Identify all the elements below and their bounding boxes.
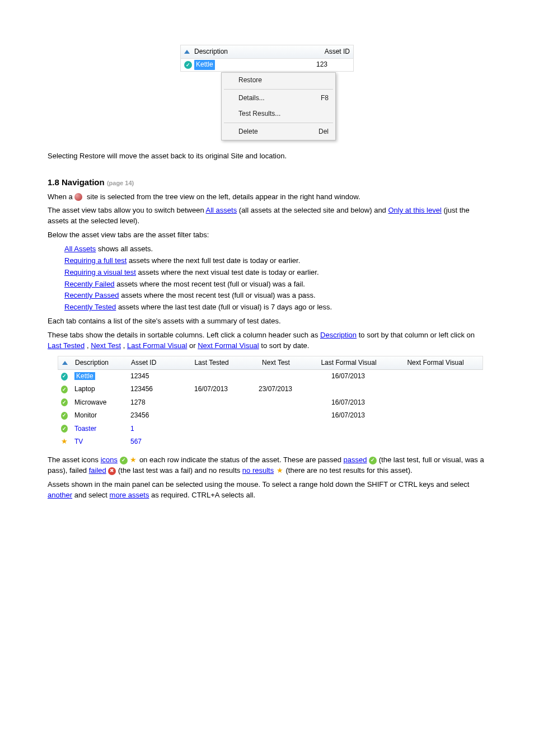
cell-next-formal-visual [390,409,480,422]
th-last-formal-visual[interactable]: Last Formal Visual [307,356,391,369]
tab-name-link[interactable]: Recently Failed [64,280,115,288]
link-col-next-formal-visual[interactable]: Next Formal Visual [198,341,259,350]
tab-desc: assets where the last test date (full or… [116,303,332,311]
th-last-tested[interactable]: Last Tested [178,356,245,369]
tab-name-link[interactable]: Requiring a full test [64,256,127,265]
tab-desc: shows all assets. [96,245,153,253]
mini-list-row[interactable]: Kettle 123 [181,59,353,71]
mini-list-header: Description Asset ID [181,45,353,59]
col-asset-id[interactable]: Asset ID [305,47,350,57]
status-fail-icon: ✖ [108,467,116,475]
status-pass-icon [61,373,68,381]
menu-test-results[interactable]: Test Results... [222,106,335,121]
cell-last-tested: 16/07/2013 [177,383,245,396]
status-pass-icon [61,398,68,406]
cell-asset-id: 567 [127,435,177,448]
tab-name-link[interactable]: All Assets [64,245,96,253]
tab-item: Recently Tested assets where the last te… [64,302,486,313]
asset-list-mini: Description Asset ID Kettle 123 Restore … [180,45,354,72]
tabs-list: All Assets shows all assets.Requiring a … [64,244,486,313]
menu-restore[interactable]: Restore [222,73,335,88]
table-row[interactable]: Toaster1 [58,422,483,435]
cell-next-formal-visual [390,396,480,409]
link-col-last-formal-visual[interactable]: Last Formal Visual [127,341,187,350]
nav-paragraph-2: The asset view tabs allow you to switch … [48,205,486,227]
link-another[interactable]: another [48,491,72,499]
cell-last-formal-visual: 16/07/2013 [306,396,390,409]
th-next-test[interactable]: Next Test [245,356,307,369]
cell-last-formal-visual [306,422,390,435]
cell-last-formal-visual [306,383,390,396]
tab-desc: assets where the next full test date is … [127,256,300,265]
cell-description: Toaster [74,425,96,433]
tab-name-link[interactable]: Recently Passed [64,291,119,299]
status-pass-icon [61,386,68,393]
tab-name-link[interactable]: Recently Tested [64,303,116,311]
cell-last-formal-visual: 16/07/2013 [306,409,390,422]
link-col-next-test[interactable]: Next Test [91,341,121,350]
tab-item: Recently Passed assets where the most re… [64,290,486,301]
nav-paragraph-3: Below the asset view tabs are the asset … [48,230,486,241]
cell-next-formal-visual [390,383,480,396]
th-asset-id[interactable]: Asset ID [128,356,178,369]
menu-details[interactable]: Details... F8 [222,91,335,106]
cell-next-formal-visual [390,435,480,448]
link-icons[interactable]: icons [101,456,118,464]
tab-name-link[interactable]: Requiring a visual test [64,268,136,276]
cell-next-formal-visual [390,370,480,383]
cell-last-tested [177,409,245,422]
cell-next-formal-visual [390,422,480,435]
cell-asset-id: 12345 [127,370,177,383]
tab-desc: assets where the next visual test date i… [136,268,319,276]
cell-description: Kettle [74,372,95,380]
mini-row-desc: Kettle [194,60,215,69]
link-no-results[interactable]: no results [242,466,274,475]
link-passed[interactable]: passed [344,456,367,464]
cell-next-test [245,422,306,435]
tab-item: Requiring a full test assets where the n… [64,256,486,266]
col-description[interactable]: Description [194,47,228,57]
mini-row-asset: 123 [305,60,350,69]
cell-last-formal-visual: 16/07/2013 [306,370,390,383]
cell-last-tested [177,422,245,435]
cell-next-test [245,396,306,409]
th-description[interactable]: Description [72,356,128,369]
context-menu: Restore Details... F8 Test Results... De… [221,72,336,140]
restore-explanation: Selecting Restore will move the asset ba… [48,151,486,162]
link-col-description[interactable]: Description [320,331,357,339]
cell-description: TV [74,438,83,445]
cell-last-tested [177,370,245,383]
tab-desc: assets where the most recent test (full … [119,291,316,299]
cell-description: Monitor [74,411,97,419]
cell-description: Laptop [74,385,95,393]
status-pass-icon [61,412,68,420]
link-failed[interactable]: failed [89,466,106,475]
link-only-level[interactable]: Only at this level [388,206,441,214]
cell-asset-id: 1278 [127,396,177,409]
link-all-assets[interactable]: All assets [206,206,237,214]
table-row[interactable]: Microwave127816/07/2013 [58,396,483,409]
sort-asc-icon [62,361,68,365]
th-next-formal-visual[interactable]: Next Formal Visual [391,356,480,369]
nav-paragraph-1: When a site is selected from the tree vi… [48,192,486,203]
link-more-assets[interactable]: more assets [110,491,149,499]
tab-item: Requiring a visual test assets where the… [64,267,486,278]
table-row[interactable]: Monitor2345616/07/2013 [58,409,483,422]
section-heading: 1.8 Navigation [48,177,105,187]
asset-table: Description Asset ID Last Tested Next Te… [58,356,483,449]
status-star-icon [129,457,137,464]
link-col-last-tested[interactable]: Last Tested [48,341,85,350]
table-row[interactable]: Kettle1234516/07/2013 [58,370,483,383]
cell-next-test [245,435,306,448]
cell-asset-id: 23456 [127,409,177,422]
table-row[interactable]: Laptop12345616/07/201323/07/2013 [58,383,483,396]
cell-next-test [245,370,306,383]
table-row[interactable]: TV567 [58,435,483,448]
page-ref: (page 14) [107,180,134,186]
cell-description: Microwave [74,398,106,406]
menu-separator [224,89,333,90]
cell-last-formal-visual [306,435,390,448]
menu-delete[interactable]: Delete Del [222,124,335,139]
site-icon [74,193,82,201]
cell-next-test [245,409,306,422]
